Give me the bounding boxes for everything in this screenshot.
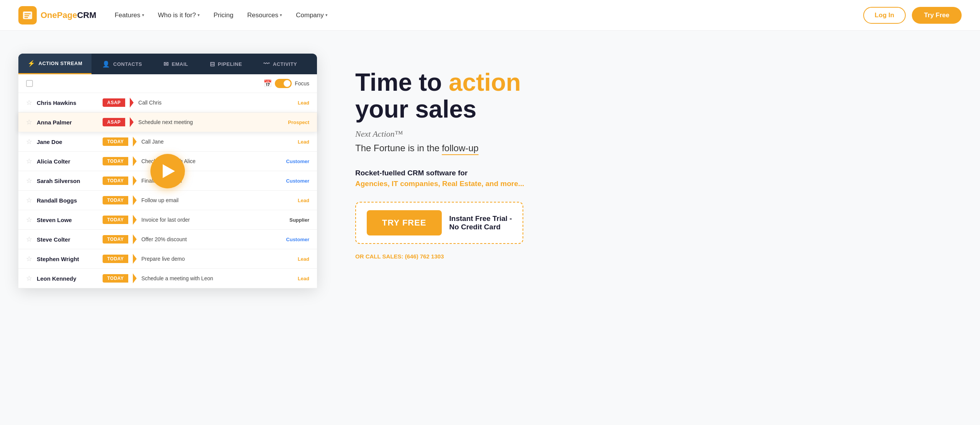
- tab-pipeline-label: PIPELINE: [218, 61, 242, 67]
- headline-part1: Time to: [355, 69, 449, 96]
- contact-type: Customer: [286, 178, 309, 184]
- tab-pipeline[interactable]: ⊟ PIPELINE: [199, 54, 253, 74]
- star-icon[interactable]: ☆: [26, 216, 32, 224]
- contact-name: Anna Palmer: [37, 119, 98, 126]
- contact-name: Stephen Wright: [37, 256, 98, 262]
- tab-email-label: EMAIL: [172, 61, 188, 67]
- headline-part2: your sales: [355, 95, 477, 123]
- star-icon[interactable]: ☆: [26, 177, 32, 185]
- tag-arrow-icon: [133, 234, 137, 244]
- action-text: Call Jane: [141, 139, 293, 145]
- star-icon[interactable]: ☆: [26, 157, 32, 165]
- contact-type: Lead: [298, 276, 309, 281]
- nav-pricing[interactable]: Pricing: [214, 11, 234, 19]
- email-icon: ✉: [163, 60, 169, 68]
- try-free-nav-button[interactable]: Try Free: [912, 7, 962, 24]
- lightning-icon: ⚡: [28, 60, 36, 67]
- headline-accent: action: [449, 69, 521, 96]
- contact-name: Steven Lowe: [37, 217, 98, 223]
- contact-name: Sarah Silverson: [37, 178, 98, 184]
- tab-contacts-label: CONTACTS: [113, 61, 142, 67]
- login-button[interactable]: Log In: [863, 7, 906, 24]
- table-row[interactable]: ☆ Jane Doe TODAY Call Jane Lead: [18, 132, 317, 152]
- contact-type: Supplier: [289, 217, 309, 223]
- table-row[interactable]: ☆ Steve Colter TODAY Offer 20% discount …: [18, 230, 317, 249]
- hero-content: Time to action your sales Next Action™ T…: [355, 54, 962, 260]
- tab-activity[interactable]: 〰 ACTIVITY: [253, 54, 308, 74]
- nav-who[interactable]: Who is it for? ▾: [158, 11, 200, 19]
- contact-type: Lead: [298, 139, 309, 145]
- chevron-down-icon: ▾: [280, 13, 282, 18]
- play-triangle-icon: [163, 164, 175, 178]
- tag-arrow-icon: [133, 195, 137, 205]
- crm-mockup-wrapper: ⚡ ACTION STREAM 👤 CONTACTS ✉ EMAIL ⊟ PIP…: [18, 54, 332, 288]
- next-action-text: Next Action™: [355, 129, 403, 139]
- star-icon[interactable]: ☆: [26, 196, 32, 204]
- priority-tag: ASAP: [103, 118, 125, 126]
- tag-arrow-icon: [133, 254, 137, 264]
- action-text: Schedule a meeting with Leon: [141, 275, 293, 281]
- tab-email[interactable]: ✉ EMAIL: [153, 54, 199, 74]
- tab-action-stream-label: ACTION STREAM: [39, 60, 83, 66]
- priority-tag: TODAY: [103, 137, 128, 146]
- star-icon[interactable]: ☆: [26, 235, 32, 244]
- table-row[interactable]: ☆ Steven Lowe TODAY Invoice for last ord…: [18, 210, 317, 230]
- table-row[interactable]: ☆ Stephen Wright TODAY Prepare live demo…: [18, 249, 317, 269]
- star-icon[interactable]: ☆: [26, 255, 32, 263]
- action-text: Call Chris: [138, 100, 293, 106]
- table-row[interactable]: ☆ Chris Hawkins ASAP Call Chris Lead: [18, 93, 317, 113]
- logo-text: OnePageCRM: [41, 10, 96, 20]
- priority-tag: TODAY: [103, 255, 128, 263]
- contact-type: Lead: [298, 100, 309, 106]
- contact-type: Customer: [286, 159, 309, 164]
- table-row[interactable]: ☆ Leon Kennedy TODAY Schedule a meeting …: [18, 269, 317, 288]
- tag-arrow-icon: [133, 273, 137, 283]
- table-row[interactable]: ☆ Anna Palmer ASAP Schedule next meeting…: [18, 113, 317, 132]
- logo-text-part2: CRM: [77, 10, 96, 20]
- select-all-checkbox[interactable]: [26, 80, 33, 87]
- logo-text-part1: OnePage: [41, 10, 77, 20]
- focus-toggle-switch[interactable]: [275, 79, 292, 88]
- hero-section: ⚡ ACTION STREAM 👤 CONTACTS ✉ EMAIL ⊟ PIP…: [0, 31, 980, 425]
- action-text: Follow up email: [141, 197, 293, 203]
- crm-mockup: ⚡ ACTION STREAM 👤 CONTACTS ✉ EMAIL ⊟ PIP…: [18, 54, 317, 288]
- nav-resources[interactable]: Resources ▾: [247, 11, 282, 19]
- try-free-main-button[interactable]: TRY FREE: [367, 210, 442, 235]
- nav-links: Features ▾ Who is it for? ▾ Pricing Reso…: [114, 11, 863, 19]
- crm-table: ☆ Chris Hawkins ASAP Call Chris Lead ☆ A…: [18, 93, 317, 288]
- priority-tag: TODAY: [103, 235, 128, 244]
- tag-arrow-icon: [133, 156, 137, 166]
- tag-arrow-icon: [130, 98, 134, 108]
- action-text: Invoice for last order: [141, 217, 285, 223]
- next-action-label: Next Action™: [355, 129, 403, 139]
- call-label: OR CALL SALES:: [355, 253, 403, 260]
- star-icon[interactable]: ☆: [26, 137, 32, 146]
- focus-label: Focus: [295, 80, 309, 87]
- contact-name: Randall Boggs: [37, 197, 98, 204]
- tab-action-stream[interactable]: ⚡ ACTION STREAM: [18, 54, 91, 74]
- tag-arrow-icon: [130, 117, 134, 127]
- priority-tag: TODAY: [103, 196, 128, 204]
- nav-features[interactable]: Features ▾: [114, 11, 144, 19]
- star-icon[interactable]: ☆: [26, 98, 32, 107]
- contact-name: Steve Colter: [37, 236, 98, 243]
- priority-tag: TODAY: [103, 274, 128, 283]
- pipeline-icon: ⊟: [210, 60, 215, 68]
- priority-tag: ASAP: [103, 98, 125, 107]
- instant-trial-text: Instant Free Trial -No Credit Card: [449, 214, 512, 231]
- star-icon[interactable]: ☆: [26, 118, 32, 126]
- play-button[interactable]: [150, 154, 185, 188]
- star-icon[interactable]: ☆: [26, 274, 32, 283]
- logo[interactable]: OnePageCRM: [18, 6, 96, 25]
- tab-contacts[interactable]: 👤 CONTACTS: [91, 54, 153, 74]
- subline-part1: The Fortune is in the: [355, 143, 439, 154]
- contact-type: Lead: [298, 256, 309, 262]
- phone-number[interactable]: (646) 762 1303: [405, 253, 444, 260]
- contacts-icon: 👤: [102, 60, 110, 68]
- table-row[interactable]: ☆ Randall Boggs TODAY Follow up email Le…: [18, 191, 317, 210]
- hero-headline: Time to action your sales: [355, 69, 962, 123]
- tag-arrow-icon: [133, 215, 137, 225]
- tag-arrow-icon: [133, 176, 137, 186]
- nav-company[interactable]: Company ▾: [296, 11, 328, 19]
- follow-up-word: follow-up: [442, 143, 479, 154]
